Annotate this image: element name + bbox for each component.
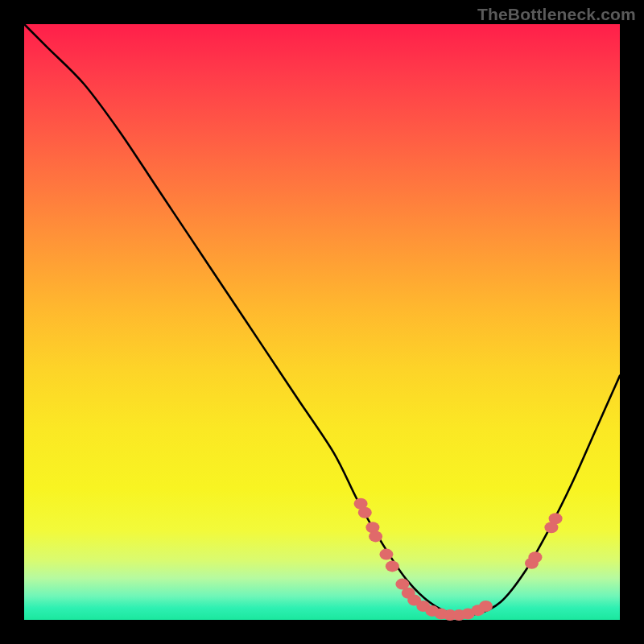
curve-marker <box>479 601 493 612</box>
curve-markers <box>354 498 563 621</box>
watermark-text: TheBottleneck.com <box>477 5 636 24</box>
curve-marker <box>358 507 372 518</box>
bottleneck-curve <box>24 24 620 615</box>
chart-svg <box>24 24 620 620</box>
curve-marker <box>386 560 399 572</box>
curve-marker <box>369 530 382 542</box>
curve-marker <box>379 549 393 560</box>
curve-marker <box>528 551 542 563</box>
curve-marker <box>549 513 563 524</box>
